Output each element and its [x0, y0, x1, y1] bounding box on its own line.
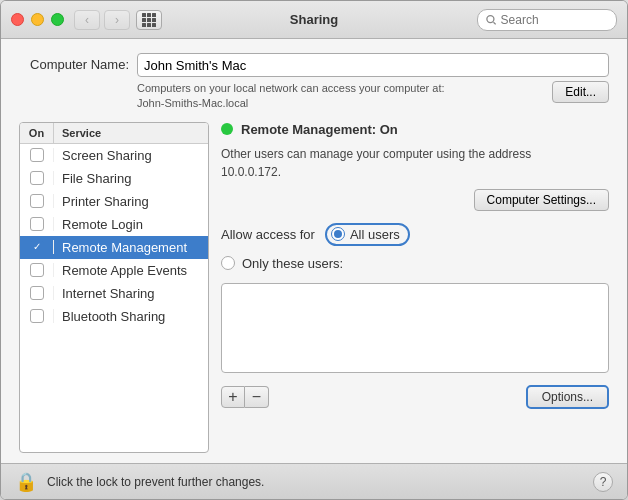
checkbox-bluetooth-sharing[interactable]: [30, 309, 44, 323]
computer-name-hint: Computers on your local network can acce…: [137, 81, 544, 112]
computer-name-right: Computers on your local network can acce…: [137, 53, 609, 112]
cb-cell-internet-sharing: [20, 286, 54, 300]
col-on-header: On: [20, 123, 54, 143]
traffic-lights: [11, 13, 64, 26]
close-button[interactable]: [11, 13, 24, 26]
titlebar: ‹ › Sharing: [1, 1, 627, 39]
window-title: Sharing: [290, 12, 338, 27]
remove-user-button[interactable]: −: [245, 386, 269, 408]
search-input[interactable]: [501, 13, 608, 27]
all-users-radio-circle: [331, 227, 345, 241]
service-name-screen-sharing: Screen Sharing: [54, 148, 160, 163]
only-users-row[interactable]: Only these users:: [221, 256, 609, 271]
service-item-remote-login[interactable]: Remote Login: [20, 213, 208, 236]
sharing-window: ‹ › Sharing Computer Name:: [0, 0, 628, 500]
service-name-internet-sharing: Internet Sharing: [54, 286, 163, 301]
cb-cell-remote-login: [20, 217, 54, 231]
lock-icon[interactable]: 🔒: [15, 471, 37, 493]
service-item-bluetooth-sharing[interactable]: Bluetooth Sharing: [20, 305, 208, 328]
service-name-remote-management: Remote Management: [54, 240, 195, 255]
only-users-label: Only these users:: [242, 256, 343, 271]
service-item-internet-sharing[interactable]: Internet Sharing: [20, 282, 208, 305]
right-panel: Remote Management: On Other users can ma…: [221, 122, 609, 453]
minimize-button[interactable]: [31, 13, 44, 26]
service-items: Screen Sharing File Sharing Printer Shar…: [20, 144, 208, 452]
grid-icon: [142, 13, 156, 27]
service-item-screen-sharing[interactable]: Screen Sharing: [20, 144, 208, 167]
all-users-label: All users: [350, 227, 400, 242]
content-area: Computer Name: Computers on your local n…: [1, 39, 627, 463]
service-name-file-sharing: File Sharing: [54, 171, 139, 186]
service-item-remote-apple-events[interactable]: Remote Apple Events: [20, 259, 208, 282]
checkbox-remote-login[interactable]: [30, 217, 44, 231]
computer-name-subrow: Computers on your local network can acce…: [137, 81, 609, 112]
zoom-button[interactable]: [51, 13, 64, 26]
col-service-header: Service: [54, 123, 109, 143]
list-controls: + − Options...: [221, 385, 609, 409]
nav-buttons: ‹ ›: [74, 10, 130, 30]
cb-cell-screen-sharing: [20, 148, 54, 162]
forward-button[interactable]: ›: [104, 10, 130, 30]
list-btn-group: + −: [221, 386, 269, 408]
service-list: On Service Screen Sharing File: [19, 122, 209, 453]
lock-text: Click the lock to prevent further change…: [47, 475, 264, 489]
status-bar: Remote Management: On: [221, 122, 609, 137]
checkbox-remote-apple-events[interactable]: [30, 263, 44, 277]
computer-name-row: Computer Name: Computers on your local n…: [19, 53, 609, 112]
bottom-bar: 🔒 Click the lock to prevent further chan…: [1, 463, 627, 499]
search-icon: [486, 14, 497, 26]
service-name-printer-sharing: Printer Sharing: [54, 194, 157, 209]
checkbox-remote-management[interactable]: [30, 240, 44, 254]
computer-settings-button[interactable]: Computer Settings...: [474, 189, 609, 211]
add-user-button[interactable]: +: [221, 386, 245, 408]
help-button[interactable]: ?: [593, 472, 613, 492]
service-item-file-sharing[interactable]: File Sharing: [20, 167, 208, 190]
cb-cell-remote-management: [20, 240, 54, 254]
cb-cell-remote-apple-events: [20, 263, 54, 277]
options-button[interactable]: Options...: [526, 385, 609, 409]
computer-name-label: Computer Name:: [19, 53, 129, 72]
svg-point-0: [487, 15, 494, 22]
access-row: Allow access for All users: [221, 223, 609, 246]
cb-cell-file-sharing: [20, 171, 54, 185]
service-name-remote-apple-events: Remote Apple Events: [54, 263, 195, 278]
checkbox-file-sharing[interactable]: [30, 171, 44, 185]
all-users-radio[interactable]: All users: [325, 223, 410, 246]
service-name-bluetooth-sharing: Bluetooth Sharing: [54, 309, 173, 324]
status-label: Remote Management: On: [241, 122, 398, 137]
computer-settings-row: Computer Settings...: [221, 189, 609, 211]
service-item-remote-management[interactable]: Remote Management: [20, 236, 208, 259]
main-panel: On Service Screen Sharing File: [19, 122, 609, 453]
status-dot-on: [221, 123, 233, 135]
cb-cell-bluetooth-sharing: [20, 309, 54, 323]
svg-line-1: [493, 22, 495, 24]
search-bar[interactable]: [477, 9, 617, 31]
access-label: Allow access for: [221, 227, 315, 242]
checkbox-internet-sharing[interactable]: [30, 286, 44, 300]
checkbox-printer-sharing[interactable]: [30, 194, 44, 208]
service-item-printer-sharing[interactable]: Printer Sharing: [20, 190, 208, 213]
app-grid-button[interactable]: [136, 10, 162, 30]
only-users-radio-circle: [221, 256, 235, 270]
status-description: Other users can manage your computer usi…: [221, 145, 609, 181]
users-list-box[interactable]: [221, 283, 609, 373]
only-users-radio[interactable]: Only these users:: [221, 256, 343, 271]
edit-button[interactable]: Edit...: [552, 81, 609, 103]
cb-cell-printer-sharing: [20, 194, 54, 208]
service-list-header: On Service: [20, 123, 208, 144]
service-name-remote-login: Remote Login: [54, 217, 151, 232]
computer-name-input[interactable]: [137, 53, 609, 77]
checkbox-screen-sharing[interactable]: [30, 148, 44, 162]
back-button[interactable]: ‹: [74, 10, 100, 30]
